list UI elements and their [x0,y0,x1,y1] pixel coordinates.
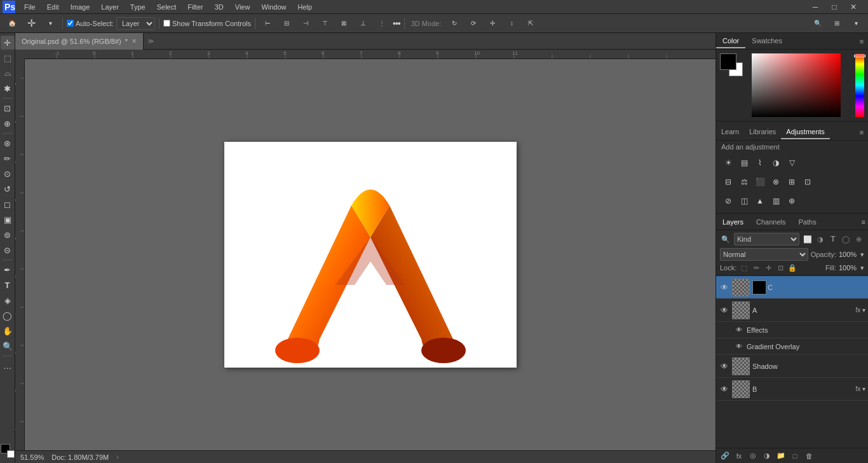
blend-mode-select[interactable]: Normal [720,248,808,261]
vibrance-btn[interactable]: ▽ [785,156,799,170]
eraser-tool[interactable]: ◻ [1,197,15,211]
layer-select[interactable]: Layer Group [116,17,155,30]
3d-pan-btn[interactable]: ✛ [484,17,501,31]
fill-expand[interactable]: ▾ [860,264,864,272]
filter-shape-btn[interactable]: ◯ [840,233,851,245]
shape-tool[interactable]: ◯ [1,308,15,322]
effects-visibility[interactable]: 👁 [734,325,744,335]
menu-edit[interactable]: Edit [42,2,64,12]
close-btn[interactable]: ✕ [845,0,862,14]
layer-item-b[interactable]: 👁 B fx ▾ [716,378,868,401]
show-transform-checkbox[interactable] [163,20,170,27]
blur-tool[interactable]: ⊚ [1,228,15,242]
tab-swatches[interactable]: Swatches [745,34,789,48]
hand-tool[interactable]: ✋ [1,324,15,338]
filter-adj-btn[interactable]: ◑ [815,233,826,245]
text-tool[interactable]: T [1,278,15,292]
filter-pixel-btn[interactable]: ⬜ [802,233,813,245]
link-layers-btn[interactable]: 🔗 [719,450,731,462]
tool-options-btn[interactable]: ▾ [42,17,58,31]
tab-libraries[interactable]: Libraries [744,125,781,139]
layer-a-visibility[interactable]: 👁 [719,305,730,316]
clone-tool[interactable]: ⊙ [1,167,15,181]
status-expand-btn[interactable]: › [116,453,118,460]
curves-btn[interactable]: ⌇ [753,156,767,170]
opacity-value[interactable]: 100% [839,251,858,258]
photo-filter-btn[interactable]: ⊗ [769,175,783,189]
layer-b-visibility[interactable]: 👁 [719,384,730,395]
gradient-tool[interactable]: ▣ [1,212,15,226]
add-style-btn[interactable]: fx [733,450,745,462]
bw-btn[interactable]: ⬛ [753,175,767,189]
align-right-btn[interactable]: ⊣ [297,17,314,31]
menu-window[interactable]: Window [256,2,291,12]
filter-text-btn[interactable]: T [827,233,839,245]
lock-transparent-btn[interactable]: ⬚ [739,263,749,273]
3d-rotate-btn[interactable]: ↻ [446,17,463,31]
3d-scale-btn[interactable]: ⇱ [522,17,539,31]
auto-select-checkbox[interactable] [67,20,74,27]
menu-help[interactable]: Help [293,2,318,12]
gradient-map-btn[interactable]: ▥ [769,194,783,208]
add-mask-btn[interactable]: ◎ [747,450,759,462]
menu-image[interactable]: Image [65,2,95,12]
adjustments-menu-btn[interactable]: ≡ [855,126,868,139]
gradient-overlay-visibility[interactable]: 👁 [734,342,744,352]
layer-b-fx[interactable]: fx ▾ [855,385,865,392]
more-tools-btn[interactable]: … [1,359,15,373]
align-bottom-btn[interactable]: ⊥ [355,17,371,31]
layer-c-visibility[interactable]: 👁 [719,282,730,293]
3d-slide-btn[interactable]: ↕ [503,17,520,31]
3d-roll-btn[interactable]: ⟳ [465,17,482,31]
tab-layers[interactable]: Layers [716,216,750,228]
tab-channels[interactable]: Channels [750,216,792,228]
menu-type[interactable]: Type [125,2,151,12]
layer-item-a[interactable]: 👁 A fx ▾ [716,299,868,322]
lock-position-btn[interactable]: ✛ [763,263,773,273]
lock-artboard-btn[interactable]: ⊡ [775,263,785,273]
filter-toggle-btn[interactable]: 🔍 [720,233,731,245]
layer-shadow-visibility[interactable]: 👁 [719,361,730,372]
document-tab[interactable]: Original.psd @ 51.6% (RGB/8#) * ✕ [15,33,144,50]
color-gradient-area[interactable] [752,53,851,117]
maximize-btn[interactable]: □ [826,0,843,14]
filter-select[interactable]: Kind [734,233,799,245]
healing-tool[interactable]: ⊛ [1,136,15,150]
workspace-btn[interactable]: ⊞ [829,17,845,31]
invert-btn[interactable]: ⊘ [721,194,735,208]
move-tool-btn[interactable]: ✛ [23,17,39,31]
tab-color[interactable]: Color [716,34,745,48]
opacity-expand[interactable]: ▾ [860,251,864,259]
menu-file[interactable]: File [19,2,41,12]
brightness-contrast-btn[interactable]: ☀ [721,156,735,170]
lock-image-btn[interactable]: ✏ [751,263,761,273]
tabs-expand-btn[interactable]: ≫ [147,38,154,45]
color-canvas[interactable] [752,53,841,117]
new-layer-btn[interactable]: □ [789,450,801,462]
align-top-btn[interactable]: ⊤ [316,17,333,31]
path-tool[interactable]: ◈ [1,293,15,307]
dist-h-btn[interactable]: ⋮ [374,17,390,31]
hue-bar[interactable] [855,53,864,117]
layer-gradient-overlay-item[interactable]: 👁 Gradient Overlay [716,338,868,355]
lasso-tool[interactable]: ⌓ [1,66,15,80]
background-color[interactable] [7,450,15,458]
layers-menu-btn[interactable]: ≡ [862,218,865,226]
layer-effects-item[interactable]: 👁 Effects [716,322,868,338]
brush-tool[interactable]: ✏ [1,151,15,165]
posterize-btn[interactable]: ◫ [737,194,751,208]
eyedropper-tool[interactable]: ⊕ [1,116,15,130]
dodge-tool[interactable]: ⊝ [1,243,15,257]
lock-all-btn[interactable]: 🔒 [787,263,797,273]
select-tool[interactable]: ⬚ [1,51,15,65]
selective-color-btn[interactable]: ⊕ [785,194,799,208]
history-brush-tool[interactable]: ↺ [1,182,15,196]
crop-tool[interactable]: ⊡ [1,101,15,115]
new-adjustment-btn[interactable]: ◑ [761,450,773,462]
align-left-btn[interactable]: ⊢ [259,17,276,31]
threshold-btn[interactable]: ▲ [753,194,767,208]
levels-btn[interactable]: ▤ [737,156,751,170]
menu-layer[interactable]: Layer [96,2,124,12]
tab-close-btn[interactable]: ✕ [132,38,137,45]
new-group-btn[interactable]: 📁 [775,450,787,462]
